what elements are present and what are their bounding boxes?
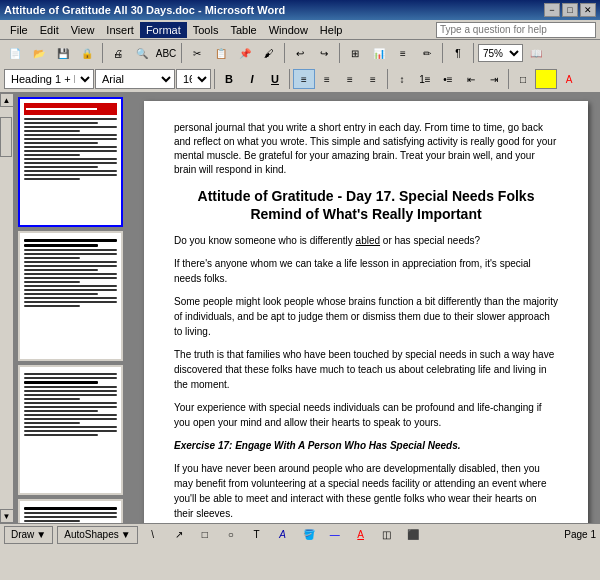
autoshapes-label: AutoShapes <box>64 529 119 540</box>
menu-table[interactable]: Table <box>224 22 262 38</box>
exercise-title: Exercise 17: Engage With A Person Who Ha… <box>174 438 558 453</box>
spellcheck-button[interactable]: ABC <box>155 43 177 63</box>
help-search-input[interactable] <box>436 22 596 38</box>
page-4-container: 4 <box>18 499 128 523</box>
exercise-paragraph-1: If you have never been around people who… <box>174 461 558 521</box>
new-button[interactable]: 📄 <box>4 43 26 63</box>
align-right-button[interactable]: ≡ <box>339 69 361 89</box>
main-area: ▲ ▼ 1 <box>0 93 600 523</box>
sep3 <box>284 43 285 63</box>
arrow-tool[interactable]: ↗ <box>168 525 190 545</box>
status-bar: Draw ▼ AutoShapes ▼ \ ↗ □ ○ T A 🪣 — A ◫ … <box>0 523 600 545</box>
menu-file[interactable]: File <box>4 22 34 38</box>
status-right: Page 1 <box>564 529 596 540</box>
text-box-tool[interactable]: T <box>246 525 268 545</box>
permission-button[interactable]: 🔒 <box>76 43 98 63</box>
vertical-scrollbar[interactable]: ▲ ▼ <box>0 93 14 523</box>
justify-button[interactable]: ≡ <box>362 69 384 89</box>
draw-chevron: ▼ <box>36 529 46 540</box>
autoshapes-button[interactable]: AutoShapes ▼ <box>57 526 137 544</box>
page-1-thumbnail[interactable] <box>18 97 123 227</box>
scroll-down-button[interactable]: ▼ <box>0 509 14 523</box>
scroll-track[interactable] <box>0 107 13 509</box>
cut-button[interactable]: ✂ <box>186 43 208 63</box>
underline-abled: abled <box>356 235 380 246</box>
menu-tools[interactable]: Tools <box>187 22 225 38</box>
outside-border-button[interactable]: □ <box>512 69 534 89</box>
shadow-tool[interactable]: ◫ <box>376 525 398 545</box>
highlight-button[interactable]: A <box>535 69 557 89</box>
font-color-tool-status[interactable]: A <box>350 525 372 545</box>
draw-button[interactable]: Draw ▼ <box>4 526 53 544</box>
undo-button[interactable]: ↩ <box>289 43 311 63</box>
close-button[interactable]: ✕ <box>580 3 596 17</box>
sep9 <box>387 69 388 89</box>
align-center-button[interactable]: ≡ <box>316 69 338 89</box>
wordart-tool[interactable]: A <box>272 525 294 545</box>
scroll-thumb[interactable] <box>0 117 12 157</box>
page-2-container: 2 <box>18 231 128 361</box>
title-bar: Attitude of Gratitude All 30 Days.doc - … <box>0 0 600 20</box>
menu-format[interactable]: Format <box>140 22 187 38</box>
scroll-up-button[interactable]: ▲ <box>0 93 14 107</box>
page-indicator: Page 1 <box>564 529 596 540</box>
minimize-button[interactable]: − <box>544 3 560 17</box>
line-color-tool[interactable]: — <box>324 525 346 545</box>
menu-edit[interactable]: Edit <box>34 22 65 38</box>
print-preview-button[interactable]: 🔍 <box>131 43 153 63</box>
bold-button[interactable]: B <box>218 69 240 89</box>
sep1 <box>102 43 103 63</box>
document-area[interactable]: personal journal that you write a short … <box>132 93 600 523</box>
read-mode-button[interactable]: 📖 <box>525 43 547 63</box>
line-spacing-button[interactable]: ↕ <box>391 69 413 89</box>
numbering-button[interactable]: 1≡ <box>414 69 436 89</box>
intro-paragraph: personal journal that you write a short … <box>174 121 558 177</box>
paragraph-1: Do you know someone who is differently a… <box>174 233 558 248</box>
font-dropdown[interactable]: Arial Times New Roman <box>95 69 175 89</box>
bullets-button[interactable]: •≡ <box>437 69 459 89</box>
decrease-indent-button[interactable]: ⇤ <box>460 69 482 89</box>
page-3-thumbnail[interactable] <box>18 365 123 495</box>
paragraph-5: Your experience with special needs indiv… <box>174 400 558 430</box>
align-left-button[interactable]: ≡ <box>293 69 315 89</box>
menu-view[interactable]: View <box>65 22 101 38</box>
sep7 <box>214 69 215 89</box>
maximize-button[interactable]: □ <box>562 3 578 17</box>
page-2-thumbnail[interactable] <box>18 231 123 361</box>
show-hide-button[interactable]: ¶ <box>447 43 469 63</box>
3d-tool[interactable]: ⬛ <box>402 525 424 545</box>
sep6 <box>473 43 474 63</box>
insert-excel-button[interactable]: 📊 <box>368 43 390 63</box>
font-size-dropdown[interactable]: 16 12 14 <box>176 69 211 89</box>
page-4-thumbnail[interactable] <box>18 499 123 523</box>
redo-button[interactable]: ↪ <box>313 43 335 63</box>
underline-button[interactable]: U <box>264 69 286 89</box>
menu-insert[interactable]: Insert <box>100 22 140 38</box>
save-button[interactable]: 💾 <box>52 43 74 63</box>
fill-color-tool[interactable]: 🪣 <box>298 525 320 545</box>
oval-tool[interactable]: ○ <box>220 525 242 545</box>
style-dropdown[interactable]: Heading 1 + Dark Normal <box>4 69 94 89</box>
rect-tool[interactable]: □ <box>194 525 216 545</box>
line-tool[interactable]: \ <box>142 525 164 545</box>
menu-window[interactable]: Window <box>263 22 314 38</box>
paragraph-2: If there's anyone whom we can take a lif… <box>174 256 558 286</box>
menu-help[interactable]: Help <box>314 22 349 38</box>
sep5 <box>442 43 443 63</box>
status-left: Draw ▼ AutoShapes ▼ \ ↗ □ ○ T A 🪣 — A ◫ … <box>4 525 424 545</box>
increase-indent-button[interactable]: ⇥ <box>483 69 505 89</box>
open-button[interactable]: 📂 <box>28 43 50 63</box>
print-button[interactable]: 🖨 <box>107 43 129 63</box>
insert-table-button[interactable]: ⊞ <box>344 43 366 63</box>
italic-button[interactable]: I <box>241 69 263 89</box>
drawing-button[interactable]: ✏ <box>416 43 438 63</box>
window-title: Attitude of Gratitude All 30 Days.doc - … <box>4 4 285 16</box>
copy-button[interactable]: 📋 <box>210 43 232 63</box>
columns-button[interactable]: ≡ <box>392 43 414 63</box>
font-color-button[interactable]: A <box>558 69 580 89</box>
paste-button[interactable]: 📌 <box>234 43 256 63</box>
format-painter-button[interactable]: 🖌 <box>258 43 280 63</box>
thumb-header-1 <box>24 103 117 115</box>
pages-panel: 1 <box>14 93 132 523</box>
zoom-dropdown[interactable]: 75% 100% 125% <box>478 44 523 62</box>
